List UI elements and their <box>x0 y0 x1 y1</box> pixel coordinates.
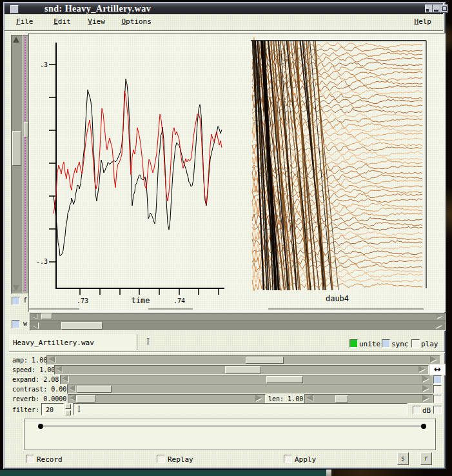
len-increase-icon[interactable] <box>422 395 429 401</box>
vertical-scrollbar-thumb[interactable] <box>12 131 21 166</box>
contrast-increase-icon[interactable] <box>422 385 429 392</box>
y-axis-max-label: .3 <box>34 61 48 68</box>
reverb-len-slider[interactable] <box>304 394 433 404</box>
desktop-window-border <box>326 470 331 476</box>
zoom-right-icon[interactable] <box>435 322 442 328</box>
separator-highlight <box>9 352 445 353</box>
y-axis-min-label: -.3 <box>30 258 48 265</box>
maximize-icon <box>434 10 438 12</box>
expand-label: expand: 2.08 <box>12 376 59 383</box>
envelope-canvas[interactable] <box>24 419 435 450</box>
speed-slider-thumb[interactable] <box>225 366 261 373</box>
menu-file[interactable]: File <box>16 14 34 30</box>
x-tick-label-073: .73 <box>71 297 94 304</box>
wavelet-title: daub4 <box>318 294 357 303</box>
text-cursor-icon: I <box>146 337 150 346</box>
fft-checkbox[interactable] <box>12 297 20 305</box>
contrast-decrease-icon[interactable] <box>69 385 75 392</box>
scroll-right-icon[interactable] <box>437 313 442 319</box>
record-label: Record <box>37 455 63 464</box>
filter-spinner-up[interactable] <box>65 404 71 409</box>
sync-checkbox[interactable] <box>382 339 390 348</box>
position-scrollbar-thumb[interactable] <box>41 313 52 319</box>
maximize-button[interactable] <box>433 5 440 13</box>
amp-increase-icon[interactable] <box>430 356 437 362</box>
envelope-point-end[interactable] <box>421 424 426 429</box>
menubar: File Edit View Options Help <box>5 14 443 31</box>
len-decrease-icon[interactable] <box>306 395 313 401</box>
window-title: snd: Heavy_Artillery.wav <box>44 4 151 14</box>
waveform-and-wavelet-plot[interactable] <box>28 33 444 311</box>
close-button[interactable] <box>440 5 448 13</box>
filter-envelope-editor[interactable] <box>23 418 436 450</box>
menu-edit[interactable]: Edit <box>54 14 71 30</box>
record-checkbox[interactable] <box>26 455 34 463</box>
menu-view[interactable]: View <box>88 14 105 30</box>
filter-envelope-field[interactable]: I <box>73 403 408 415</box>
sync-label: sync <box>391 340 409 348</box>
wave-checkbox[interactable] <box>12 320 20 328</box>
unite-checkbox[interactable] <box>349 339 358 348</box>
desktop: snd: Heavy_Artillery.wav File Edit View … <box>0 0 452 476</box>
text-cursor-icon: I <box>77 404 81 414</box>
contrast-slider-thumb[interactable] <box>77 386 112 393</box>
scroll-left-icon[interactable] <box>32 313 37 319</box>
filter-spinner-down[interactable] <box>65 410 71 415</box>
apply-checkbox[interactable] <box>284 455 292 463</box>
filter-db-checkbox[interactable] <box>413 406 421 414</box>
vertical-scrollbar[interactable] <box>11 35 23 294</box>
zoom-h-scrollbar[interactable] <box>30 321 446 331</box>
envelope-line <box>41 426 424 426</box>
contrast-checkbox[interactable] <box>433 385 442 393</box>
reverb-slider-thumb[interactable] <box>77 395 95 402</box>
zoom-scrollbar-thumb[interactable] <box>24 122 28 137</box>
filter-label: filter: <box>12 406 39 413</box>
scroll-down-icon[interactable] <box>13 285 19 291</box>
filter-order-value: 20 <box>46 406 54 413</box>
amp-slider[interactable] <box>46 355 440 365</box>
zoom-left-icon[interactable] <box>32 322 38 328</box>
len-slider-thumb[interactable] <box>335 395 348 402</box>
reverb-decrease-icon[interactable] <box>70 395 76 401</box>
play-label: play <box>421 340 438 348</box>
play-checkbox[interactable] <box>411 339 420 348</box>
minimize-button[interactable] <box>425 5 433 13</box>
menu-help[interactable]: Help <box>415 14 432 30</box>
amp-label: amp: 1.00 <box>12 357 47 364</box>
contrast-slider[interactable] <box>67 384 433 394</box>
speed-decrease-icon[interactable] <box>56 366 63 372</box>
expand-increase-icon[interactable] <box>422 375 429 382</box>
expand-slider-thumb[interactable] <box>266 376 303 383</box>
sound-filename: Heavy_Artillery.wav <box>13 339 94 347</box>
sound-name-tab[interactable]: Heavy_Artillery.wav <box>9 334 137 350</box>
apply-label: Apply <box>295 455 316 464</box>
speed-increase-icon[interactable] <box>418 366 425 372</box>
expand-checkbox[interactable] <box>433 375 442 384</box>
replay-checkbox[interactable] <box>157 455 165 463</box>
time-axis-title: time <box>123 296 159 305</box>
reverb-increase-icon[interactable] <box>255 395 262 401</box>
scroll-up-icon[interactable] <box>13 37 19 43</box>
fft-checkbox-label: f <box>23 297 27 304</box>
titlebar[interactable]: snd: Heavy_Artillery.wav <box>5 3 443 14</box>
envelope-point-start[interactable] <box>38 424 43 429</box>
minimize-icon <box>426 9 429 12</box>
amp-decrease-icon[interactable] <box>48 356 55 362</box>
expand-decrease-icon[interactable] <box>62 375 68 382</box>
filter-db-label: dB <box>422 406 431 415</box>
reverb-checkbox[interactable] <box>433 395 442 403</box>
desktop-background-window <box>0 470 326 476</box>
zoom-h-scrollbar-thumb[interactable] <box>61 322 103 330</box>
speed-label: speed: 1.00 <box>12 366 55 373</box>
wave-checkbox-label: w <box>23 320 27 327</box>
reverb-scale-slider[interactable] <box>68 394 266 404</box>
filter-checkbox[interactable] <box>433 406 442 414</box>
expand-slider[interactable] <box>60 375 433 384</box>
menu-options[interactable]: Options <box>121 14 151 30</box>
filter-order-field[interactable]: 20 <box>41 403 64 415</box>
speed-slider[interactable] <box>54 365 429 375</box>
revert-controls-button[interactable]: r <box>420 452 432 465</box>
window-menu-button[interactable] <box>10 5 19 14</box>
save-controls-button[interactable]: s <box>397 452 409 465</box>
amp-slider-thumb[interactable] <box>246 357 284 364</box>
